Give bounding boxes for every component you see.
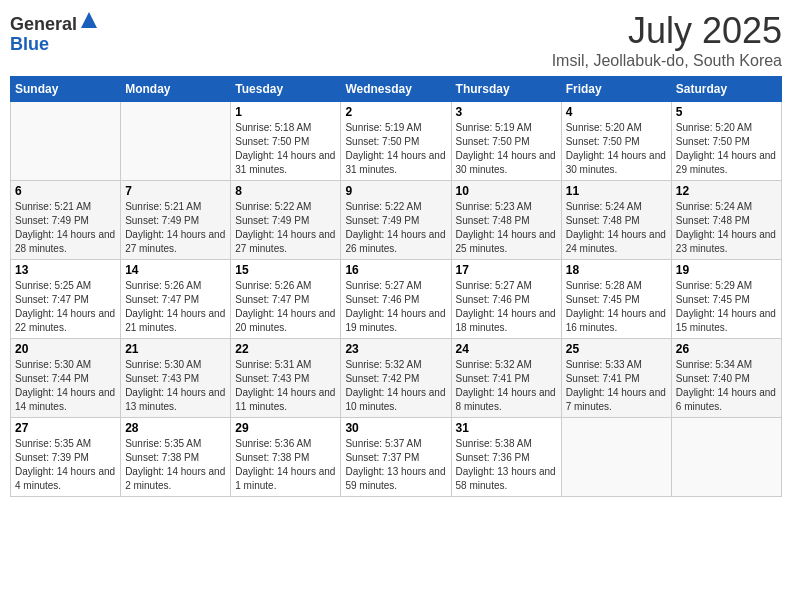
- day-number: 5: [676, 105, 777, 119]
- calendar-cell: 19Sunrise: 5:29 AMSunset: 7:45 PMDayligh…: [671, 260, 781, 339]
- weekday-header-tuesday: Tuesday: [231, 77, 341, 102]
- weekday-header-wednesday: Wednesday: [341, 77, 451, 102]
- calendar-cell: [121, 102, 231, 181]
- day-info: Sunrise: 5:19 AMSunset: 7:50 PMDaylight:…: [456, 121, 557, 177]
- calendar-cell: 2Sunrise: 5:19 AMSunset: 7:50 PMDaylight…: [341, 102, 451, 181]
- day-number: 18: [566, 263, 667, 277]
- day-number: 1: [235, 105, 336, 119]
- weekday-header-row: SundayMondayTuesdayWednesdayThursdayFrid…: [11, 77, 782, 102]
- calendar-cell: 16Sunrise: 5:27 AMSunset: 7:46 PMDayligh…: [341, 260, 451, 339]
- day-number: 27: [15, 421, 116, 435]
- day-number: 25: [566, 342, 667, 356]
- day-number: 13: [15, 263, 116, 277]
- day-info: Sunrise: 5:18 AMSunset: 7:50 PMDaylight:…: [235, 121, 336, 177]
- day-info: Sunrise: 5:19 AMSunset: 7:50 PMDaylight:…: [345, 121, 446, 177]
- day-number: 20: [15, 342, 116, 356]
- calendar-cell: 5Sunrise: 5:20 AMSunset: 7:50 PMDaylight…: [671, 102, 781, 181]
- calendar-week-row: 1Sunrise: 5:18 AMSunset: 7:50 PMDaylight…: [11, 102, 782, 181]
- page-header: General Blue July 2025 Imsil, Jeollabuk-…: [10, 10, 782, 70]
- day-info: Sunrise: 5:38 AMSunset: 7:36 PMDaylight:…: [456, 437, 557, 493]
- calendar-cell: 10Sunrise: 5:23 AMSunset: 7:48 PMDayligh…: [451, 181, 561, 260]
- calendar-cell: 29Sunrise: 5:36 AMSunset: 7:38 PMDayligh…: [231, 418, 341, 497]
- day-info: Sunrise: 5:25 AMSunset: 7:47 PMDaylight:…: [15, 279, 116, 335]
- calendar-cell: 1Sunrise: 5:18 AMSunset: 7:50 PMDaylight…: [231, 102, 341, 181]
- day-number: 26: [676, 342, 777, 356]
- day-info: Sunrise: 5:24 AMSunset: 7:48 PMDaylight:…: [676, 200, 777, 256]
- day-info: Sunrise: 5:30 AMSunset: 7:44 PMDaylight:…: [15, 358, 116, 414]
- calendar-cell: 13Sunrise: 5:25 AMSunset: 7:47 PMDayligh…: [11, 260, 121, 339]
- day-number: 17: [456, 263, 557, 277]
- calendar-cell: 27Sunrise: 5:35 AMSunset: 7:39 PMDayligh…: [11, 418, 121, 497]
- day-info: Sunrise: 5:20 AMSunset: 7:50 PMDaylight:…: [566, 121, 667, 177]
- day-number: 16: [345, 263, 446, 277]
- day-number: 14: [125, 263, 226, 277]
- day-info: Sunrise: 5:22 AMSunset: 7:49 PMDaylight:…: [235, 200, 336, 256]
- calendar-cell: 3Sunrise: 5:19 AMSunset: 7:50 PMDaylight…: [451, 102, 561, 181]
- calendar-cell: 22Sunrise: 5:31 AMSunset: 7:43 PMDayligh…: [231, 339, 341, 418]
- day-info: Sunrise: 5:27 AMSunset: 7:46 PMDaylight:…: [456, 279, 557, 335]
- calendar-cell: 24Sunrise: 5:32 AMSunset: 7:41 PMDayligh…: [451, 339, 561, 418]
- day-info: Sunrise: 5:35 AMSunset: 7:39 PMDaylight:…: [15, 437, 116, 493]
- day-number: 23: [345, 342, 446, 356]
- day-number: 11: [566, 184, 667, 198]
- day-number: 24: [456, 342, 557, 356]
- weekday-header-thursday: Thursday: [451, 77, 561, 102]
- day-number: 3: [456, 105, 557, 119]
- calendar-cell: 12Sunrise: 5:24 AMSunset: 7:48 PMDayligh…: [671, 181, 781, 260]
- calendar-cell: 23Sunrise: 5:32 AMSunset: 7:42 PMDayligh…: [341, 339, 451, 418]
- day-info: Sunrise: 5:20 AMSunset: 7:50 PMDaylight:…: [676, 121, 777, 177]
- day-info: Sunrise: 5:24 AMSunset: 7:48 PMDaylight:…: [566, 200, 667, 256]
- day-number: 29: [235, 421, 336, 435]
- svg-marker-0: [81, 12, 97, 28]
- logo: General Blue: [10, 10, 99, 55]
- logo-general: General: [10, 14, 77, 34]
- calendar-cell: 17Sunrise: 5:27 AMSunset: 7:46 PMDayligh…: [451, 260, 561, 339]
- day-info: Sunrise: 5:23 AMSunset: 7:48 PMDaylight:…: [456, 200, 557, 256]
- calendar-week-row: 13Sunrise: 5:25 AMSunset: 7:47 PMDayligh…: [11, 260, 782, 339]
- calendar-cell: 6Sunrise: 5:21 AMSunset: 7:49 PMDaylight…: [11, 181, 121, 260]
- logo-icon: [79, 10, 99, 30]
- title-block: July 2025 Imsil, Jeollabuk-do, South Kor…: [552, 10, 782, 70]
- day-number: 4: [566, 105, 667, 119]
- day-info: Sunrise: 5:29 AMSunset: 7:45 PMDaylight:…: [676, 279, 777, 335]
- calendar-cell: 30Sunrise: 5:37 AMSunset: 7:37 PMDayligh…: [341, 418, 451, 497]
- calendar-cell: 7Sunrise: 5:21 AMSunset: 7:49 PMDaylight…: [121, 181, 231, 260]
- day-number: 10: [456, 184, 557, 198]
- day-info: Sunrise: 5:36 AMSunset: 7:38 PMDaylight:…: [235, 437, 336, 493]
- calendar-week-row: 20Sunrise: 5:30 AMSunset: 7:44 PMDayligh…: [11, 339, 782, 418]
- day-number: 22: [235, 342, 336, 356]
- day-info: Sunrise: 5:27 AMSunset: 7:46 PMDaylight:…: [345, 279, 446, 335]
- day-info: Sunrise: 5:21 AMSunset: 7:49 PMDaylight:…: [15, 200, 116, 256]
- calendar-cell: [11, 102, 121, 181]
- day-info: Sunrise: 5:37 AMSunset: 7:37 PMDaylight:…: [345, 437, 446, 493]
- day-info: Sunrise: 5:21 AMSunset: 7:49 PMDaylight:…: [125, 200, 226, 256]
- calendar-cell: 11Sunrise: 5:24 AMSunset: 7:48 PMDayligh…: [561, 181, 671, 260]
- day-info: Sunrise: 5:32 AMSunset: 7:41 PMDaylight:…: [456, 358, 557, 414]
- weekday-header-friday: Friday: [561, 77, 671, 102]
- weekday-header-monday: Monday: [121, 77, 231, 102]
- calendar-table: SundayMondayTuesdayWednesdayThursdayFrid…: [10, 76, 782, 497]
- day-info: Sunrise: 5:26 AMSunset: 7:47 PMDaylight:…: [235, 279, 336, 335]
- calendar-cell: 8Sunrise: 5:22 AMSunset: 7:49 PMDaylight…: [231, 181, 341, 260]
- day-info: Sunrise: 5:26 AMSunset: 7:47 PMDaylight:…: [125, 279, 226, 335]
- day-number: 9: [345, 184, 446, 198]
- calendar-cell: 25Sunrise: 5:33 AMSunset: 7:41 PMDayligh…: [561, 339, 671, 418]
- day-info: Sunrise: 5:32 AMSunset: 7:42 PMDaylight:…: [345, 358, 446, 414]
- calendar-week-row: 6Sunrise: 5:21 AMSunset: 7:49 PMDaylight…: [11, 181, 782, 260]
- day-info: Sunrise: 5:31 AMSunset: 7:43 PMDaylight:…: [235, 358, 336, 414]
- day-number: 28: [125, 421, 226, 435]
- calendar-cell: 28Sunrise: 5:35 AMSunset: 7:38 PMDayligh…: [121, 418, 231, 497]
- day-number: 30: [345, 421, 446, 435]
- day-number: 7: [125, 184, 226, 198]
- day-number: 12: [676, 184, 777, 198]
- weekday-header-sunday: Sunday: [11, 77, 121, 102]
- location-title: Imsil, Jeollabuk-do, South Korea: [552, 52, 782, 70]
- day-info: Sunrise: 5:28 AMSunset: 7:45 PMDaylight:…: [566, 279, 667, 335]
- day-info: Sunrise: 5:33 AMSunset: 7:41 PMDaylight:…: [566, 358, 667, 414]
- calendar-cell: 15Sunrise: 5:26 AMSunset: 7:47 PMDayligh…: [231, 260, 341, 339]
- calendar-cell: 4Sunrise: 5:20 AMSunset: 7:50 PMDaylight…: [561, 102, 671, 181]
- calendar-cell: 26Sunrise: 5:34 AMSunset: 7:40 PMDayligh…: [671, 339, 781, 418]
- calendar-cell: 18Sunrise: 5:28 AMSunset: 7:45 PMDayligh…: [561, 260, 671, 339]
- day-number: 6: [15, 184, 116, 198]
- month-title: July 2025: [552, 10, 782, 52]
